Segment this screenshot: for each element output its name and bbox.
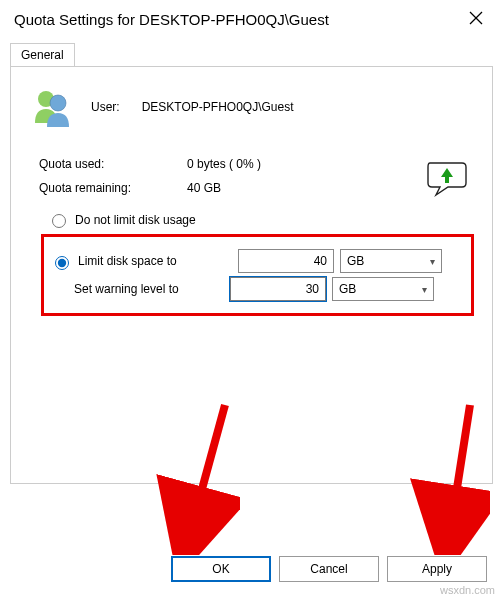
warning-unit-value: GB <box>339 282 356 296</box>
user-row: User: DESKTOP-PFHO0QJ\Guest <box>31 87 478 127</box>
radio-limit[interactable] <box>55 256 69 270</box>
cancel-button-label: Cancel <box>310 562 347 576</box>
chevron-down-icon: ▾ <box>430 256 435 267</box>
ok-button[interactable]: OK <box>171 556 271 582</box>
users-icon <box>31 87 73 127</box>
close-icon <box>469 11 483 25</box>
tab-strip: General <box>0 38 503 66</box>
watermark: wsxdn.com <box>440 584 495 596</box>
ok-button-label: OK <box>212 562 229 576</box>
warning-value-input[interactable] <box>230 277 326 301</box>
tab-panel-general: User: DESKTOP-PFHO0QJ\Guest Quota used: … <box>10 66 493 484</box>
radio-limit-row[interactable]: Limit disk space to GB ▾ <box>50 249 465 273</box>
radio-no-limit[interactable] <box>52 214 66 228</box>
warning-row: Set warning level to GB ▾ <box>50 277 465 301</box>
radio-limit-label: Limit disk space to <box>78 254 232 268</box>
user-value: DESKTOP-PFHO0QJ\Guest <box>142 100 294 114</box>
limit-value-input[interactable] <box>238 249 334 273</box>
quota-remaining-value: 40 GB <box>187 181 261 195</box>
warning-label: Set warning level to <box>70 282 224 296</box>
quota-used-label: Quota used: <box>39 157 187 171</box>
titlebar: Quota Settings for DESKTOP-PFHO0QJ\Guest <box>0 0 503 38</box>
user-label: User: <box>91 100 120 114</box>
quota-used-value: 0 bytes ( 0% ) <box>187 157 261 171</box>
status-bubble-icon <box>426 159 468 202</box>
warning-unit-select[interactable]: GB ▾ <box>332 277 434 301</box>
dialog-button-row: OK Cancel Apply <box>171 556 487 582</box>
apply-button[interactable]: Apply <box>387 556 487 582</box>
close-button[interactable] <box>461 8 491 30</box>
cancel-button[interactable]: Cancel <box>279 556 379 582</box>
tab-general-label: General <box>21 48 64 62</box>
chevron-down-icon: ▾ <box>422 284 427 295</box>
quota-remaining-label: Quota remaining: <box>39 181 187 195</box>
radio-no-limit-label: Do not limit disk usage <box>75 213 196 227</box>
radio-no-limit-row[interactable]: Do not limit disk usage <box>47 211 478 228</box>
apply-button-label: Apply <box>422 562 452 576</box>
limit-unit-select[interactable]: GB ▾ <box>340 249 442 273</box>
quota-block: Quota used: Quota remaining: 0 bytes ( 0… <box>39 157 478 195</box>
limit-unit-value: GB <box>347 254 364 268</box>
tab-general[interactable]: General <box>10 43 75 67</box>
highlight-box: Limit disk space to GB ▾ Set warning lev… <box>41 234 474 316</box>
window-title: Quota Settings for DESKTOP-PFHO0QJ\Guest <box>14 11 329 28</box>
